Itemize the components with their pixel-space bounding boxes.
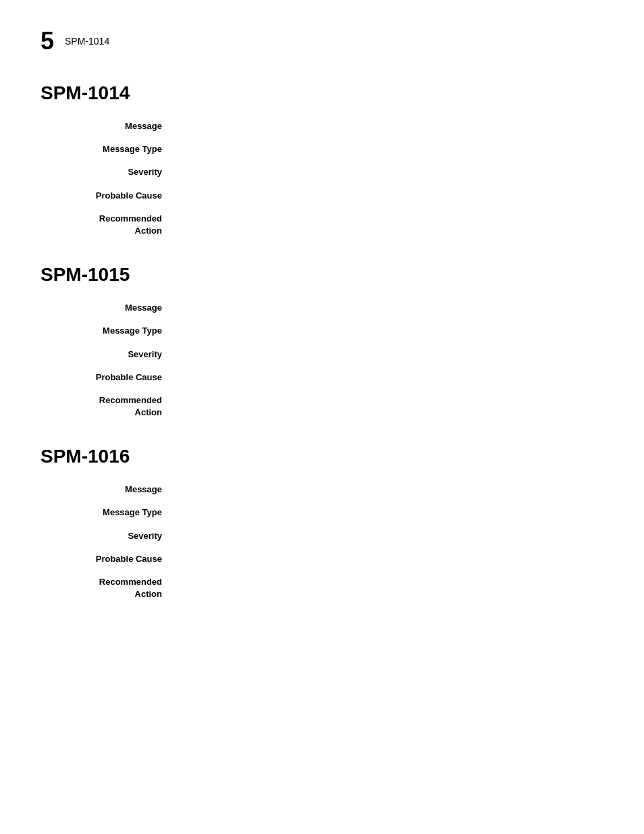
field-row-spm-1015-0: Message [41,302,603,314]
field-label-spm-1015-2: Severity [41,348,176,361]
section-title-spm-1016: SPM-1016 [41,446,603,467]
field-row-spm-1016-3: Probable Cause [41,553,603,565]
page-header: 5 SPM-1014 [41,27,603,55]
section-spm-1016: SPM-1016MessageMessage TypeSeverityProba… [41,446,603,600]
field-row-spm-1014-1: Message Type [41,143,603,155]
field-label-spm-1016-4: RecommendedAction [41,576,176,600]
field-label-spm-1015-1: Message Type [41,325,176,337]
field-row-spm-1015-3: Probable Cause [41,371,603,384]
field-row-spm-1015-2: Severity [41,348,603,361]
field-row-spm-1015-1: Message Type [41,325,603,337]
field-row-spm-1016-2: Severity [41,530,603,542]
field-row-spm-1016-1: Message Type [41,506,603,519]
section-spm-1014: SPM-1014MessageMessage TypeSeverityProba… [41,82,603,237]
field-label-spm-1016-2: Severity [41,530,176,542]
section-title-spm-1015: SPM-1015 [41,264,603,286]
field-label-spm-1015-4: RecommendedAction [41,394,176,419]
field-label-spm-1016-0: Message [41,484,176,496]
field-row-spm-1014-3: Probable Cause [41,190,603,202]
field-row-spm-1014-2: Severity [41,166,603,178]
field-label-spm-1014-1: Message Type [41,143,176,155]
field-row-spm-1014-4: RecommendedAction [41,213,603,237]
field-label-spm-1014-4: RecommendedAction [41,213,176,237]
section-title-spm-1014: SPM-1014 [41,82,603,104]
section-spm-1015: SPM-1015MessageMessage TypeSeverityProba… [41,264,603,419]
field-row-spm-1014-0: Message [41,120,603,132]
field-row-spm-1016-0: Message [41,484,603,496]
page-number: 5 [41,27,54,55]
field-label-spm-1016-1: Message Type [41,506,176,519]
sections-container: SPM-1014MessageMessage TypeSeverityProba… [41,82,603,600]
field-label-spm-1015-0: Message [41,302,176,314]
page-header-title: SPM-1014 [65,36,109,47]
field-row-spm-1016-4: RecommendedAction [41,576,603,600]
field-label-spm-1015-3: Probable Cause [41,371,176,384]
field-label-spm-1014-2: Severity [41,166,176,178]
field-label-spm-1014-0: Message [41,120,176,132]
field-label-spm-1014-3: Probable Cause [41,190,176,202]
field-label-spm-1016-3: Probable Cause [41,553,176,565]
field-row-spm-1015-4: RecommendedAction [41,394,603,419]
